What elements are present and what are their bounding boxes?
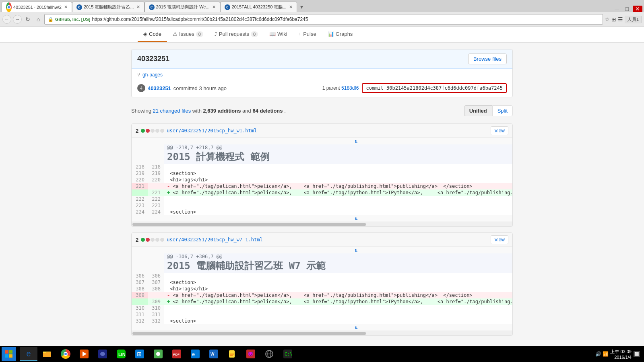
diff-2-scrollbar[interactable]	[132, 331, 512, 335]
minimize-button[interactable]: ─	[613, 6, 621, 12]
diff-1-scroll[interactable]: ⇅@@ -218,7 +218,7 @@ 2015 計算機程式 範例218218…	[132, 138, 512, 222]
dot-green-2	[141, 238, 145, 242]
branch-name[interactable]: gh-pages	[142, 72, 163, 78]
diff-2-dots	[141, 238, 164, 242]
taskbar-red-icon[interactable]: 😈	[242, 347, 260, 348]
maximize-button[interactable]: □	[623, 6, 631, 12]
commit-full-hash: commit 30b2145a21802d4c387fc6d6ddc097dfa…	[362, 83, 507, 93]
menu-icon[interactable]: ☰	[618, 16, 623, 23]
diff-1-filepath[interactable]: user/40323251/2015cp_hw_w1.html	[167, 128, 257, 134]
taskbar-explorer[interactable]	[38, 347, 56, 348]
tab-1-close[interactable]: ✕	[64, 4, 68, 10]
line-num-new: 221	[148, 189, 164, 196]
diff-1-scrollbar[interactable]	[132, 222, 512, 226]
commit-author-row: 4 40323251 committed 3 hours ago 1 paren…	[132, 81, 512, 97]
extensions-icon[interactable]: ⊞	[611, 16, 616, 23]
tab-3[interactable]: e 2015 電腦輔助與設計 We... ✕	[144, 2, 220, 12]
pulse-icon: +	[299, 31, 302, 37]
diff-expand-row-top[interactable]: ⇅	[132, 138, 512, 144]
expand-icon[interactable]: ⇅	[164, 138, 512, 144]
taskbar-line[interactable]: LINE	[112, 347, 130, 348]
diff-expand-row-bottom[interactable]: ⇅	[132, 215, 512, 222]
parent-hash-link[interactable]: 5188df6	[341, 85, 359, 91]
changed-files-link[interactable]: 21 changed files	[153, 108, 191, 114]
new-tab-button[interactable]: ▾	[297, 2, 306, 12]
address-field[interactable]: 🔒 GitHub, Inc. [US] https://github.com/2…	[44, 14, 603, 25]
diff-line-content: <section>	[164, 170, 512, 177]
refresh-button[interactable]: ↻	[23, 15, 32, 24]
nav-graphs[interactable]: 📊 Graphs	[322, 27, 359, 42]
lock-icon: 🔒	[48, 17, 54, 22]
taskbar-store[interactable]: ⊞	[131, 347, 149, 348]
author-link[interactable]: 40323251	[148, 85, 171, 91]
line-num-old: 220	[132, 177, 148, 183]
hunk-content: @@ -306,7 +306,7 @@ 2015 電腦輔助設計習乙班 W7 示範	[164, 253, 512, 273]
diff-line-content: <section>	[164, 318, 512, 324]
line-num-old: 218	[132, 164, 148, 170]
taskbar-ie[interactable]: e	[20, 347, 37, 348]
nav-pulse[interactable]: + Pulse	[293, 27, 322, 42]
split-view-button[interactable]: Split	[492, 105, 513, 116]
ie-icon-2: e	[76, 4, 82, 10]
expand-icon[interactable]: ⇅	[164, 247, 512, 253]
tab-4-close[interactable]: ✕	[289, 4, 293, 10]
diff-expand-row-bottom[interactable]: ⇅	[132, 324, 512, 331]
diff-2-filepath[interactable]: user/40323251/2015cp_hw_w7-1.html	[167, 237, 262, 243]
line-num-old: 306	[132, 273, 148, 279]
hunk-line-num-old	[132, 253, 148, 273]
table-row: 312312 <section>	[132, 318, 512, 324]
expand-line-num-bottom	[132, 215, 164, 222]
forward-button[interactable]: →	[13, 15, 22, 24]
view-file-2-button[interactable]: View	[491, 235, 508, 244]
nav-wiki[interactable]: 📖 Wiki	[264, 27, 293, 42]
taskbar-word[interactable]: W	[205, 347, 223, 348]
expand-icon-bottom[interactable]: ⇅	[164, 215, 512, 222]
diff-2-count: 2	[136, 237, 138, 243]
diff-2-scroll[interactable]: ⇅@@ -306,7 +306,7 @@ 2015 電腦輔助設計習乙班 W7 示…	[132, 247, 512, 331]
tab-3-close[interactable]: ✕	[212, 4, 216, 10]
diff-line-content: <section>	[164, 209, 512, 215]
bookmark-star-icon[interactable]: ☆	[605, 16, 610, 23]
tab-2-label: 2015 電腦輔助設計習乙...	[84, 4, 134, 10]
home-button[interactable]: ⌂	[34, 15, 43, 24]
tab-1[interactable]: 40323251 · 2015fallhw/2 ✕	[2, 2, 72, 12]
expand-icon-bottom[interactable]: ⇅	[164, 324, 512, 331]
browse-files-button[interactable]: Browse files	[468, 53, 507, 64]
tab-2-close[interactable]: ✕	[136, 4, 140, 10]
nav-pullrequests[interactable]: ⤴ Pull requests 0	[209, 27, 264, 42]
expand-line-num	[132, 247, 164, 253]
table-row: 308308 <h1>Tags</h1>	[132, 286, 512, 292]
line-num-new: 218	[148, 164, 164, 170]
diff-line-content: - <a href="./tag/pelican.html">pelican</…	[164, 292, 512, 298]
back-button[interactable]: ←	[2, 15, 11, 24]
tab-3-label: 2015 電腦輔助與設計 We...	[156, 4, 210, 10]
table-row: 221- <a href="./tag/pelican.html">pelica…	[132, 183, 512, 189]
taskbar-chrome[interactable]	[57, 347, 74, 348]
view-file-1-button[interactable]: View	[491, 126, 508, 135]
diff-expand-row-top[interactable]: ⇅	[132, 247, 512, 253]
start-button[interactable]	[2, 347, 16, 348]
nav-code[interactable]: ◈ Code	[138, 27, 167, 42]
line-num-new: 309	[148, 298, 164, 305]
ie-icon-3: e	[149, 4, 155, 10]
taskbar-paint[interactable]	[149, 347, 167, 348]
nav-wiki-label: Wiki	[277, 31, 287, 37]
close-window-button[interactable]: ✕	[633, 6, 642, 12]
dot-gray-1a	[151, 129, 155, 133]
unified-view-button[interactable]: Unified	[464, 105, 492, 116]
taskbar-globe[interactable]	[260, 347, 278, 348]
taskbar-pdf[interactable]: PDF	[168, 347, 186, 348]
tab-2[interactable]: e 2015 電腦輔助設計習乙... ✕	[72, 2, 144, 12]
line-num-old: 221	[132, 183, 148, 189]
taskbar-edge[interactable]: e	[186, 347, 204, 348]
url-display: https://github.com/2015fallhw/2015fallca…	[92, 16, 308, 22]
nav-issues[interactable]: ⚠ Issues 0	[167, 27, 209, 42]
taskbar-bird[interactable]	[94, 347, 111, 348]
line-num-new: 223	[148, 202, 164, 209]
taskbar-terminal[interactable]: C:\	[279, 347, 297, 348]
taskbar-files[interactable]	[223, 347, 241, 348]
diff-line-content: <h1>Tags</h1>	[164, 177, 512, 183]
diff-1-scrollbar-thumb	[132, 223, 366, 226]
tab-4[interactable]: e 2015FALL 40323250 電腦... ✕	[220, 2, 297, 12]
taskbar-media[interactable]	[75, 347, 93, 348]
